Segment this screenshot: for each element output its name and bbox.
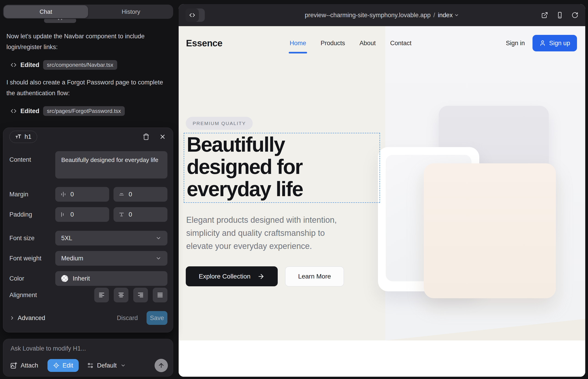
hero-description: Elegant products designed with intention… bbox=[186, 213, 337, 253]
arrow-up-icon bbox=[158, 362, 165, 369]
alignment-row: Alignment bbox=[9, 288, 167, 302]
discard-button[interactable]: Discard bbox=[117, 315, 138, 322]
page-name: index bbox=[438, 12, 453, 19]
description-line: simplicity and quality craftsmanship to bbox=[186, 226, 337, 239]
font-size-label: Font size bbox=[9, 235, 55, 242]
color-value: Inherit bbox=[73, 275, 90, 282]
send-button[interactable] bbox=[155, 359, 168, 372]
chat-composer: Attach Edit Default bbox=[3, 339, 173, 377]
edit-mode-button[interactable]: Edit bbox=[47, 359, 79, 372]
edited-file-row: Edited src/components/Navbar.tsx bbox=[10, 60, 117, 70]
nav-link-products[interactable]: Products bbox=[321, 40, 345, 47]
chevron-right-icon bbox=[9, 315, 15, 321]
margin-vertical-icon bbox=[119, 191, 124, 197]
sliders-icon bbox=[87, 362, 94, 369]
hero-cta-row: Explore Collection Learn More bbox=[186, 266, 344, 286]
font-size-select[interactable]: 5XL bbox=[55, 231, 167, 245]
lovable-editor-app: Chat History Now let's update the Navbar… bbox=[0, 0, 588, 379]
explore-collection-label: Explore Collection bbox=[199, 273, 251, 280]
element-editor-panel: h1 Content Beautifully designed for ever… bbox=[3, 127, 173, 332]
site-navbar: Essence Home Products About Contact Sign… bbox=[179, 26, 585, 60]
edit-label: Edit bbox=[62, 362, 73, 369]
editor-footer: Advanced Discard Save bbox=[9, 311, 167, 325]
padding-row: Padding 0 0 bbox=[9, 207, 167, 222]
save-button[interactable]: Save bbox=[147, 311, 167, 325]
site-canvas: Essence Home Products About Contact Sign… bbox=[179, 26, 585, 377]
chevron-down-icon bbox=[155, 235, 161, 241]
site-logo[interactable]: Essence bbox=[186, 38, 222, 48]
code-icon bbox=[10, 108, 17, 114]
target-icon bbox=[53, 362, 59, 369]
margin-vertical-value: 0 bbox=[129, 191, 132, 198]
next-section-background bbox=[179, 340, 585, 377]
description-line: Elegant products designed with intention… bbox=[186, 213, 337, 226]
refresh-button[interactable] bbox=[572, 12, 578, 19]
nav-link-home[interactable]: Home bbox=[290, 40, 306, 47]
chevron-down-icon bbox=[454, 13, 459, 18]
mode-label: Default bbox=[97, 362, 117, 369]
message-line: Now let's update the Navbar component to bbox=[6, 33, 123, 40]
learn-more-button[interactable]: Learn More bbox=[285, 266, 344, 286]
margin-horizontal-input[interactable]: 0 bbox=[55, 187, 109, 202]
tab-chat[interactable]: Chat bbox=[4, 5, 88, 18]
align-center-button[interactable] bbox=[114, 288, 128, 302]
mode-selector[interactable]: Default bbox=[87, 362, 126, 369]
align-left-button[interactable] bbox=[94, 288, 109, 302]
code-view-toggle[interactable] bbox=[186, 8, 205, 22]
open-external-button[interactable] bbox=[541, 12, 548, 19]
editor-header: h1 bbox=[9, 129, 166, 144]
padding-vertical-input[interactable]: 0 bbox=[113, 207, 167, 222]
sign-up-label: Sign up bbox=[549, 40, 570, 47]
code-icon bbox=[10, 62, 17, 68]
padding-horizontal-value: 0 bbox=[70, 211, 74, 218]
padding-vertical-icon bbox=[119, 211, 124, 218]
nav-link-about[interactable]: About bbox=[360, 40, 376, 47]
explore-collection-button[interactable]: Explore Collection bbox=[186, 266, 278, 286]
sign-up-button[interactable]: Sign up bbox=[532, 35, 577, 51]
edited-file-row: Edited src/pages/ForgotPassword.tsx bbox=[10, 106, 125, 116]
path-separator: / bbox=[433, 12, 435, 19]
file-chip-forgot-password[interactable]: src/pages/ForgotPassword.tsx bbox=[43, 106, 125, 116]
advanced-toggle[interactable]: Advanced bbox=[9, 315, 45, 322]
composer-input[interactable] bbox=[11, 345, 166, 352]
attach-label: Attach bbox=[21, 362, 38, 369]
premium-quality-badge: PREMIUM QUALITY bbox=[186, 117, 253, 130]
preview-frame: preview--charming-site-symphony.lovable.… bbox=[179, 4, 585, 377]
margin-label: Margin bbox=[9, 191, 55, 198]
user-icon bbox=[539, 40, 546, 46]
font-weight-row: Font weight Medium bbox=[9, 251, 167, 266]
padding-horizontal-input[interactable]: 0 bbox=[55, 207, 109, 222]
arrow-right-icon bbox=[257, 273, 265, 280]
chevron-down-icon bbox=[120, 363, 126, 368]
preview-host: preview--charming-site-symphony.lovable.… bbox=[305, 12, 431, 19]
font-weight-value: Medium bbox=[61, 255, 83, 262]
mobile-view-button[interactable] bbox=[556, 12, 563, 19]
chat-sidebar: Chat History Now let's update the Navbar… bbox=[0, 0, 179, 379]
color-swatch-transparent bbox=[61, 275, 68, 282]
close-editor-button[interactable] bbox=[159, 133, 166, 140]
margin-vertical-input[interactable]: 0 bbox=[113, 187, 167, 202]
attach-button[interactable]: Attach bbox=[10, 362, 38, 369]
color-select[interactable]: Inherit bbox=[55, 271, 167, 286]
chat-history-tabbar: Chat History bbox=[3, 5, 173, 19]
align-right-button[interactable] bbox=[133, 288, 148, 302]
nav-link-contact[interactable]: Contact bbox=[390, 40, 411, 47]
delete-element-button[interactable] bbox=[143, 133, 150, 140]
tab-history[interactable]: History bbox=[89, 5, 173, 19]
page-dropdown[interactable]: index bbox=[438, 12, 459, 19]
edited-label: Edited bbox=[20, 108, 39, 115]
chevron-down-icon bbox=[155, 255, 161, 261]
sign-in-button[interactable]: Sign in bbox=[506, 40, 525, 47]
font-weight-select[interactable]: Medium bbox=[55, 251, 167, 266]
decorative-beige-card bbox=[424, 163, 556, 298]
typography-icon bbox=[15, 134, 22, 140]
code-icon bbox=[186, 8, 199, 22]
auth-actions: Sign in Sign up bbox=[506, 35, 577, 51]
h1-selection-overlay bbox=[184, 133, 380, 203]
margin-horizontal-icon bbox=[60, 191, 66, 197]
content-input[interactable]: Beautifully designed for everyday life bbox=[55, 151, 167, 178]
composer-toolbar: Attach Edit Default bbox=[10, 359, 168, 372]
file-chip-navbar[interactable]: src/components/Navbar.tsx bbox=[43, 60, 117, 70]
align-justify-button[interactable] bbox=[153, 288, 167, 302]
alignment-buttons bbox=[94, 288, 167, 302]
